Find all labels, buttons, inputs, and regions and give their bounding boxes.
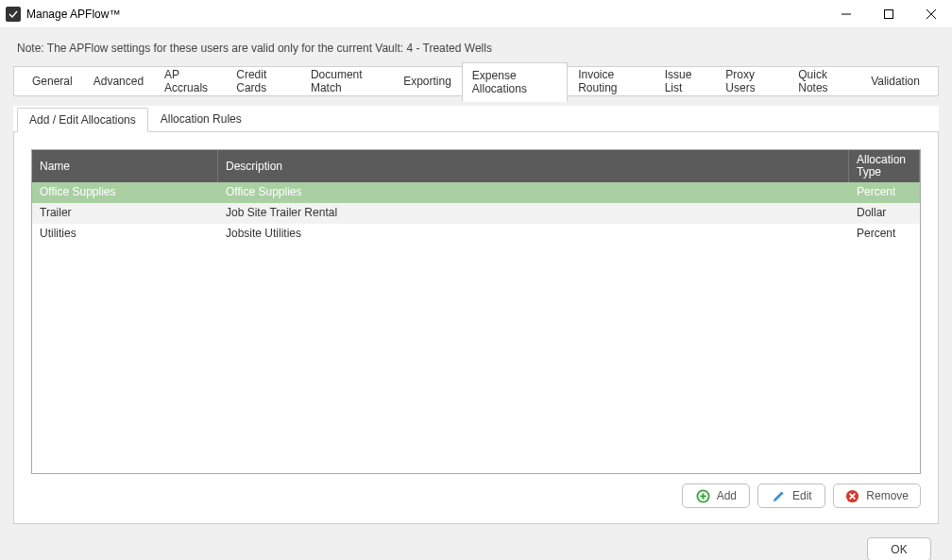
edit-button-label: Edit (792, 489, 812, 502)
vault-note: Note: The APFlow settings for these user… (0, 28, 952, 66)
tab-issue-list[interactable]: Issue List (654, 61, 716, 101)
tab-exporting[interactable]: Exporting (393, 68, 462, 94)
tab-ap-accruals[interactable]: AP Accruals (154, 61, 226, 101)
window-controls (824, 0, 952, 28)
cell-name: Utilities (32, 224, 218, 245)
tab-proxy-users[interactable]: Proxy Users (715, 61, 788, 101)
sub-tab-strip: Add / Edit Allocations Allocation Rules (13, 106, 939, 132)
cell-description: Jobsite Utilities (218, 224, 849, 245)
add-icon (696, 489, 710, 503)
svg-rect-1 (884, 9, 892, 18)
subtab-add-edit-allocations[interactable]: Add / Edit Allocations (17, 108, 148, 132)
col-header-allocation-type[interactable]: Allocation Type (849, 150, 920, 182)
grid-row[interactable]: Office Supplies Office Supplies Percent (32, 182, 920, 203)
allocations-grid[interactable]: Name Description Allocation Type Office … (31, 149, 921, 474)
add-button-label: Add (717, 489, 737, 502)
grid-action-buttons: Add Edit Remove (31, 484, 921, 508)
cell-name: Office Supplies (32, 182, 218, 203)
tab-general[interactable]: General (22, 68, 83, 94)
pencil-icon (772, 489, 786, 503)
main-tab-strip: General Advanced AP Accruals Credit Card… (13, 66, 939, 96)
tab-expense-allocations[interactable]: Expense Allocations (462, 62, 568, 102)
ok-button[interactable]: OK (867, 537, 931, 560)
grid-header: Name Description Allocation Type (32, 150, 920, 182)
col-header-name[interactable]: Name (32, 150, 218, 182)
subtab-allocation-rules[interactable]: Allocation Rules (148, 107, 254, 131)
edit-button[interactable]: Edit (757, 484, 825, 508)
dialog-footer: OK (0, 524, 952, 560)
grid-row[interactable]: Utilities Jobsite Utilities Percent (32, 224, 920, 245)
col-header-description[interactable]: Description (218, 150, 849, 182)
remove-button[interactable]: Remove (833, 484, 921, 508)
title-bar: Manage APFlow™ (0, 0, 952, 28)
grid-row[interactable]: Trailer Job Site Trailer Rental Dollar (32, 203, 920, 224)
cell-type: Percent (849, 224, 920, 245)
remove-icon (845, 489, 859, 503)
grid-body: Office Supplies Office Supplies Percent … (32, 182, 920, 473)
app-icon (6, 7, 21, 22)
tab-validation[interactable]: Validation (860, 68, 930, 94)
remove-button-label: Remove (866, 489, 909, 502)
cell-description: Office Supplies (218, 182, 849, 203)
close-button[interactable] (910, 0, 952, 28)
cell-description: Job Site Trailer Rental (218, 203, 849, 224)
tab-advanced[interactable]: Advanced (83, 68, 154, 94)
cell-type: Percent (849, 182, 920, 203)
tab-credit-cards[interactable]: Credit Cards (226, 61, 300, 101)
ok-button-label: OK (891, 543, 907, 556)
window-title: Manage APFlow™ (26, 8, 120, 21)
maximize-button[interactable] (867, 0, 910, 28)
cell-name: Trailer (32, 203, 218, 224)
content-area: Name Description Allocation Type Office … (13, 132, 939, 524)
minimize-button[interactable] (824, 0, 867, 28)
tab-quick-notes[interactable]: Quick Notes (788, 61, 860, 101)
add-button[interactable]: Add (682, 484, 750, 508)
cell-type: Dollar (849, 203, 920, 224)
tab-invoice-routing[interactable]: Invoice Routing (568, 61, 654, 101)
tab-document-match[interactable]: Document Match (300, 61, 393, 101)
